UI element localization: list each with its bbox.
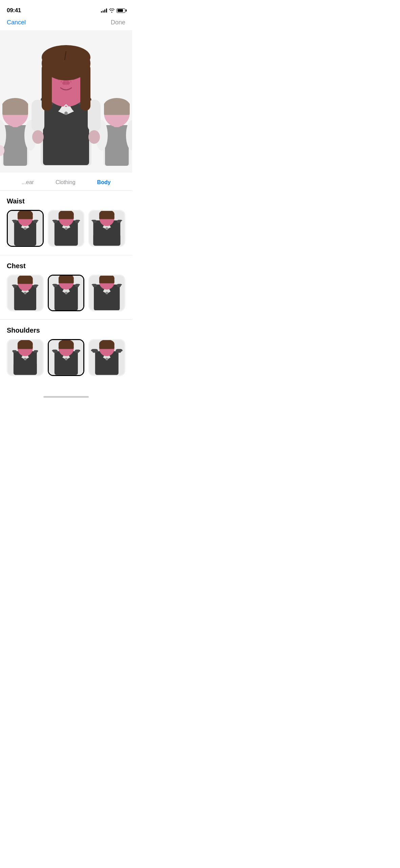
wifi-icon [109, 8, 114, 13]
svg-point-22 [61, 81, 62, 83]
home-indicator [0, 391, 132, 402]
shoulders-section: Shoulders [0, 320, 132, 377]
signal-icon [101, 8, 107, 13]
svg-rect-71 [59, 213, 74, 219]
svg-rect-57 [37, 220, 43, 238]
shoulders-option-2[interactable] [48, 339, 85, 376]
shoulders-option-1[interactable] [7, 339, 44, 376]
svg-point-17 [32, 130, 44, 144]
shoulders-title: Shoulders [7, 327, 125, 334]
svg-point-86 [24, 292, 26, 294]
svg-rect-82 [99, 213, 114, 219]
status-time: 09:41 [7, 7, 21, 14]
svg-rect-115 [99, 277, 114, 283]
svg-rect-111 [89, 284, 93, 302]
svg-rect-79 [121, 220, 124, 238]
chest-title: Chest [7, 262, 125, 270]
waist-title: Waist [7, 197, 125, 205]
svg-rect-122 [8, 351, 14, 367]
svg-rect-56 [8, 220, 14, 238]
svg-rect-90 [37, 285, 43, 302]
svg-point-12 [64, 112, 68, 115]
chest-option-1[interactable] [7, 275, 44, 312]
svg-rect-89 [8, 285, 14, 302]
done-button[interactable]: Done [111, 19, 125, 26]
shoulders-options [7, 339, 125, 377]
svg-point-18 [88, 130, 100, 144]
svg-rect-123 [37, 351, 43, 367]
svg-rect-40 [80, 63, 90, 111]
tab-row: ...ear Clothing Body [0, 173, 132, 191]
chest-section: Chest [0, 255, 132, 313]
status-bar: 09:41 [0, 0, 132, 16]
shoulders-option-3[interactable] [88, 339, 125, 376]
svg-rect-133 [49, 351, 54, 368]
svg-rect-67 [49, 220, 54, 238]
svg-rect-148 [99, 343, 114, 349]
nav-bar: Cancel Done [0, 16, 132, 30]
waist-section: Waist [0, 191, 132, 248]
home-bar [43, 396, 89, 398]
svg-point-130 [65, 358, 67, 360]
svg-point-75 [106, 228, 108, 230]
svg-point-64 [65, 228, 67, 230]
status-icons [101, 8, 125, 13]
svg-point-36 [62, 81, 66, 85]
svg-point-108 [106, 292, 108, 294]
avatar-preview [0, 30, 132, 173]
waist-option-1[interactable] [7, 210, 44, 247]
tab-body[interactable]: Body [86, 178, 122, 187]
svg-point-41 [42, 45, 90, 70]
chest-option-2[interactable] [48, 275, 85, 312]
svg-rect-145 [121, 351, 124, 368]
svg-point-97 [65, 292, 67, 294]
svg-point-119 [24, 358, 26, 360]
svg-rect-101 [78, 284, 83, 302]
svg-rect-144 [89, 351, 93, 368]
svg-rect-39 [42, 63, 52, 111]
chest-option-3[interactable] [88, 275, 125, 312]
battery-icon [117, 8, 125, 13]
tab-ear[interactable]: ...ear [10, 178, 44, 187]
sections-wrapper: Waist [0, 191, 132, 391]
svg-point-25 [70, 81, 72, 83]
cancel-button[interactable]: Cancel [7, 19, 26, 26]
svg-rect-137 [59, 343, 74, 349]
svg-rect-93 [18, 278, 33, 284]
svg-rect-126 [18, 343, 33, 349]
svg-rect-78 [89, 220, 93, 238]
chest-options [7, 275, 125, 313]
svg-rect-60 [18, 213, 33, 219]
tab-clothing[interactable]: Clothing [45, 178, 86, 187]
svg-rect-112 [121, 284, 124, 302]
svg-rect-68 [78, 220, 83, 238]
waist-option-2[interactable] [48, 210, 85, 247]
svg-point-141 [106, 358, 108, 360]
svg-rect-104 [59, 277, 74, 283]
svg-rect-134 [78, 351, 83, 368]
svg-point-53 [24, 228, 26, 230]
svg-rect-100 [49, 284, 54, 302]
avatar-main [22, 37, 110, 166]
waist-options [7, 210, 125, 248]
waist-option-3[interactable] [88, 210, 125, 247]
svg-point-37 [66, 81, 70, 85]
